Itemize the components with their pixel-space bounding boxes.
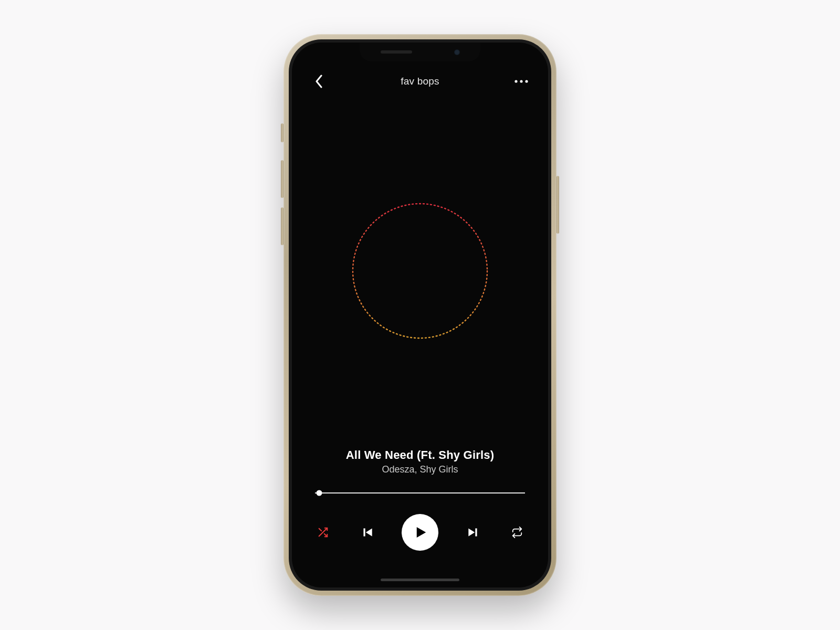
skip-previous-icon (361, 526, 374, 539)
phone-device-frame: fav bops (284, 34, 556, 596)
svg-marker-10 (468, 528, 475, 536)
play-icon (412, 524, 428, 540)
chevron-left-icon (315, 75, 323, 88)
svg-line-6 (319, 529, 322, 531)
skip-next-icon (466, 526, 480, 539)
track-artist: Odesza, Shy Girls (308, 464, 532, 475)
next-button[interactable] (463, 522, 483, 542)
svg-point-0 (514, 80, 517, 82)
playlist-title: fav bops (401, 76, 439, 87)
front-camera (454, 49, 460, 55)
visualizer-area (292, 93, 548, 448)
player-topbar: fav bops (292, 70, 548, 93)
track-title: All We Need (Ft. Shy Girls) (308, 448, 532, 462)
shuffle-icon (317, 527, 329, 538)
mute-switch[interactable] (281, 123, 284, 142)
track-info: All We Need (Ft. Shy Girls) Odesza, Shy … (292, 448, 548, 475)
device-notch (360, 43, 480, 61)
progress-bar[interactable] (315, 490, 525, 496)
repeat-icon (511, 527, 523, 538)
transport-controls (313, 514, 527, 551)
repeat-button[interactable] (507, 522, 527, 542)
progress-knob[interactable] (317, 490, 322, 496)
more-button[interactable] (512, 72, 530, 90)
play-button[interactable] (402, 514, 438, 551)
svg-marker-9 (417, 527, 426, 538)
svg-marker-8 (365, 528, 372, 536)
svg-point-2 (525, 80, 528, 82)
more-horizontal-icon (514, 79, 529, 83)
volume-down-button[interactable] (281, 207, 284, 245)
svg-point-1 (520, 80, 522, 82)
app-screen: fav bops (292, 43, 548, 587)
device-inner: fav bops (289, 39, 551, 591)
svg-point-3 (353, 204, 487, 338)
svg-rect-11 (475, 528, 477, 536)
back-button[interactable] (310, 72, 328, 90)
progress-track (315, 492, 525, 494)
previous-button[interactable] (358, 522, 377, 542)
audio-visualizer-ring (341, 192, 499, 350)
svg-rect-7 (363, 528, 365, 536)
speaker-grill (381, 50, 412, 54)
shuffle-button[interactable] (313, 522, 333, 542)
volume-up-button[interactable] (281, 160, 284, 198)
power-button[interactable] (556, 176, 559, 234)
home-indicator[interactable] (381, 579, 459, 581)
